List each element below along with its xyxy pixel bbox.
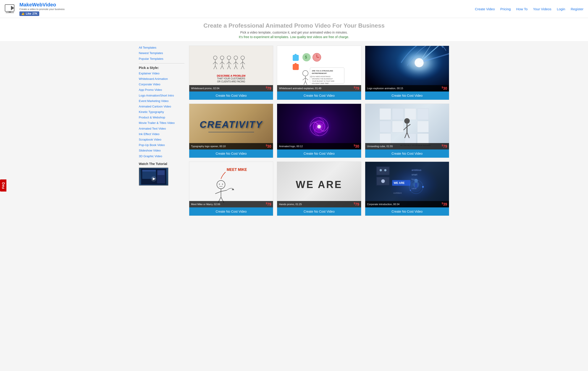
video-thumb-corporate[interactable]: WE ARE ambitious smart focus value confi… (365, 162, 449, 207)
fb-like-button[interactable]: 👍 Like 27K (19, 11, 39, 16)
video-title-typography: Typography logo opener, 00:10 (191, 145, 226, 148)
create-btn-typography[interactable]: Create No Cost Video (189, 149, 273, 158)
sidebar-3d-graphic[interactable]: 3D Graphic Video (139, 154, 184, 158)
svg-rect-104 (377, 167, 389, 175)
logo-title: MakeWebVideo (19, 2, 65, 8)
sidebar-logo-animation[interactable]: Logo Animation/Short Intro (139, 93, 184, 98)
video-caption-hands-promo: Hands promo, 01:25 $79 (277, 201, 361, 207)
sidebar-divider (139, 63, 184, 63)
svg-point-95 (222, 184, 223, 185)
video-title-whiteboard-promo: Whiteboard promo, 02:04 (191, 87, 219, 90)
svg-line-17 (215, 66, 217, 69)
logo-make: Make (19, 2, 32, 8)
video-caption-corporate: Corporate introduction, 00:34 $39 (365, 201, 449, 207)
hero-section: Create a Professional Animated Promo Vid… (0, 18, 588, 41)
logo-video: Video (42, 2, 56, 8)
sidebar-whiteboard-animation[interactable]: Whiteboard Animation (139, 77, 184, 81)
animated-logo-svg (303, 111, 335, 143)
video-card-unraveling-cube: WE CAN HELP YOU ACHIEVE SUCCESS Unraveli… (365, 103, 449, 158)
svg-line-56 (305, 81, 307, 85)
sidebar-popular-templates[interactable]: Popular Templates (139, 57, 184, 61)
sidebar-animated-text[interactable]: Animated Text Video (139, 127, 184, 131)
nav-register[interactable]: Register (571, 7, 583, 11)
create-btn-hands-promo[interactable]: Create No Cost Video (277, 207, 361, 216)
svg-rect-4 (9, 11, 11, 13)
video-card-whiteboard-promo: DESCRIBE A PROBLEM THAT YOUR CUSTOMERSOR… (189, 46, 273, 100)
create-btn-whiteboard-explainer[interactable]: Create No Cost Video (277, 92, 361, 100)
video-price-unraveling-cube: $79 (442, 144, 447, 149)
svg-point-74 (317, 125, 321, 128)
video-thumb-logo-explosion[interactable]: Logo explosion animation, 00:15 $30 (365, 46, 449, 92)
create-btn-logo-explosion[interactable]: Create No Cost Video (365, 92, 449, 100)
video-thumb-hands-promo[interactable]: WE ARE Hands promo, 01:25 $79 (277, 162, 361, 207)
svg-point-109 (381, 179, 385, 183)
svg-point-93 (217, 180, 225, 189)
video-title-logo-explosion: Logo explosion animation, 00:15 (367, 87, 403, 90)
create-btn-corporate[interactable]: Create No Cost Video (365, 207, 449, 216)
main-nav: Create Video Pricing How To Your Videos … (475, 7, 583, 11)
video-title-corporate: Corporate introduction, 00:34 (367, 203, 399, 206)
faq-tab[interactable]: FAQ (0, 180, 6, 192)
svg-rect-81 (417, 121, 429, 132)
sidebar-scrapbook[interactable]: Scrapbook Video (139, 138, 184, 142)
create-btn-whiteboard-promo[interactable]: Create No Cost Video (189, 92, 273, 100)
sidebar-product-webshop[interactable]: Product & Webshop (139, 115, 184, 120)
nav-how-to[interactable]: How To (516, 7, 528, 11)
svg-line-40 (241, 66, 243, 69)
video-thumb-typography[interactable]: CREATIVITY Typography logo opener, 00:10… (189, 104, 273, 149)
video-title-whiteboard-explainer: Whiteboard animated explainer, 01:49 (279, 87, 321, 90)
svg-marker-2 (11, 6, 14, 10)
svg-line-88 (407, 124, 410, 127)
nav-pricing[interactable]: Pricing (500, 7, 511, 11)
sidebar-kinetic-typography[interactable]: Kinetic Typography (139, 110, 184, 114)
hero-tagline: It's free to experiment all templates. L… (5, 35, 583, 39)
logo-area: MakeWebVideo Create a video to promote y… (5, 2, 65, 16)
video-thumb-meet-mike[interactable]: MEET MIKE (189, 162, 273, 207)
svg-line-39 (243, 62, 245, 64)
sidebar-newest-templates[interactable]: Newest Templates (139, 51, 184, 55)
sidebar-animated-cartoon[interactable]: Animated Cartoon Video (139, 104, 184, 109)
video-thumb-whiteboard-explainer[interactable]: $ (277, 46, 361, 92)
svg-line-29 (229, 66, 231, 69)
svg-line-87 (404, 127, 407, 130)
nav-login[interactable]: Login (557, 7, 565, 11)
sidebar-slideshow[interactable]: Slideshow Video (139, 149, 184, 153)
video-card-logo-explosion: Logo explosion animation, 00:15 $30 Crea… (365, 46, 449, 100)
tutorial-title: Watch The Tutorial (139, 162, 184, 166)
svg-rect-75 (380, 108, 391, 120)
video-price-hands-promo: $79 (354, 202, 359, 206)
nav-create-video[interactable]: Create Video (475, 7, 495, 11)
svg-line-14 (213, 62, 215, 64)
sidebar-all-templates[interactable]: All Templates (139, 46, 184, 50)
video-thumb-whiteboard-promo[interactable]: DESCRIBE A PROBLEM THAT YOUR CUSTOMERSOR… (189, 46, 273, 92)
create-btn-unraveling-cube[interactable]: Create No Cost Video (365, 149, 449, 158)
sidebar-popup-book[interactable]: Pop-Up Book Video (139, 143, 184, 147)
sidebar-corporate-video[interactable]: Corporate Video (139, 82, 184, 86)
svg-rect-9 (158, 170, 165, 175)
logo-explosion-svg (365, 46, 449, 92)
sidebar-app-promo[interactable]: App Promo Video (139, 88, 184, 92)
tutorial-thumb-inner (139, 168, 168, 185)
video-thumb-animated-logo[interactable]: Animated logo, 00:12 $30 (277, 104, 361, 149)
svg-text:WE ARE: WE ARE (394, 181, 405, 185)
video-card-whiteboard-explainer: $ (277, 46, 361, 100)
svg-line-55 (304, 81, 305, 85)
sidebar-event-marketing[interactable]: Event Marketing Video (139, 99, 184, 103)
tutorial-thumb[interactable] (139, 167, 168, 186)
svg-point-121 (410, 190, 411, 191)
video-price-whiteboard-promo: $79 (266, 86, 271, 91)
svg-line-33 (236, 62, 238, 64)
svg-point-51 (303, 71, 308, 76)
create-btn-animated-logo[interactable]: Create No Cost Video (277, 149, 361, 158)
video-grid: DESCRIBE A PROBLEM THAT YOUR CUSTOMERSOR… (189, 46, 449, 216)
sidebar-explainer-video[interactable]: Explainer Video (139, 72, 184, 75)
video-card-typography: CREATIVITY Typography logo opener, 00:10… (189, 103, 273, 158)
svg-rect-77 (405, 108, 416, 120)
sidebar-movie-trailer[interactable]: Movie Trailer & Titles Video (139, 121, 184, 125)
create-btn-meet-mike[interactable]: Create No Cost Video (189, 207, 273, 216)
sidebar-ink-effect[interactable]: Ink Effect Video (139, 132, 184, 136)
logo-web: Web (32, 2, 42, 8)
nav-your-videos[interactable]: Your Videos (533, 7, 551, 11)
svg-line-97 (215, 191, 221, 194)
video-thumb-unraveling-cube[interactable]: WE CAN HELP YOU ACHIEVE SUCCESS Unraveli… (365, 104, 449, 149)
